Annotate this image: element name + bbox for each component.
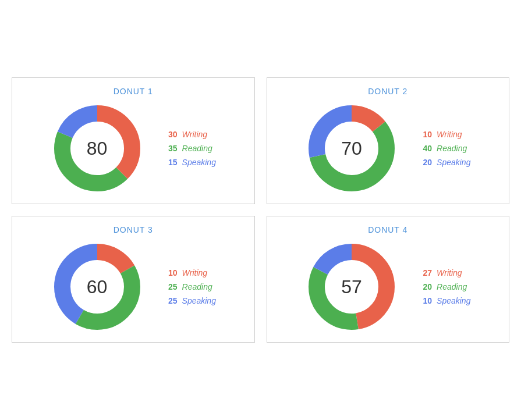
legend-label-speaking: Speaking	[437, 296, 470, 305]
legend-item-speaking: 15Speaking	[161, 158, 216, 167]
main-grid: DONUT 18030Writing35Reading15SpeakingDON…	[12, 77, 509, 343]
legend-value-speaking: 20	[416, 158, 432, 167]
legend-value-speaking: 25	[161, 296, 178, 305]
legend-label-speaking: Speaking	[182, 158, 216, 167]
legend-value-writing: 27	[416, 268, 432, 277]
legend-donut4: 27Writing20Reading10Speaking	[416, 268, 470, 305]
title-donut4: DONUT 4	[368, 225, 407, 234]
legend-value-writing: 30	[161, 130, 178, 139]
legend-value-reading: 25	[161, 282, 178, 291]
title-donut2: DONUT 2	[368, 87, 407, 96]
donut-chart-donut3: 60	[51, 240, 144, 333]
legend-label-speaking: Speaking	[437, 158, 470, 167]
legend-label-reading: Reading	[182, 282, 212, 291]
legend-item-speaking: 20Speaking	[416, 158, 470, 167]
body-donut2: 7010Writing40Reading20Speaking	[276, 102, 501, 195]
legend-item-writing: 30Writing	[161, 130, 216, 139]
legend-donut1: 30Writing35Reading15Speaking	[161, 130, 216, 167]
legend-value-reading: 40	[416, 144, 432, 153]
legend-value-writing: 10	[416, 130, 432, 139]
title-donut1: DONUT 1	[114, 87, 153, 96]
body-donut4: 5727Writing20Reading10Speaking	[276, 240, 501, 333]
legend-value-reading: 35	[161, 144, 178, 153]
legend-item-speaking: 25Speaking	[161, 296, 216, 305]
legend-label-speaking: Speaking	[182, 296, 216, 305]
donut-center-value-donut3: 60	[87, 276, 108, 298]
legend-item-speaking: 10Speaking	[416, 296, 470, 305]
legend-donut3: 10Writing25Reading25Speaking	[161, 268, 216, 305]
donut-chart-donut4: 57	[305, 240, 398, 333]
legend-item-reading: 20Reading	[416, 282, 470, 291]
card-donut2: DONUT 27010Writing40Reading20Speaking	[267, 77, 510, 204]
donut-center-value-donut2: 70	[341, 138, 362, 159]
legend-label-writing: Writing	[437, 130, 462, 139]
card-donut3: DONUT 36010Writing25Reading25Speaking	[12, 216, 255, 343]
legend-value-speaking: 10	[416, 296, 432, 305]
legend-item-reading: 25Reading	[161, 282, 216, 291]
legend-value-writing: 10	[161, 268, 178, 277]
donut-chart-donut1: 80	[51, 102, 144, 195]
legend-donut2: 10Writing40Reading20Speaking	[416, 130, 470, 167]
legend-label-writing: Writing	[182, 268, 208, 277]
legend-label-reading: Reading	[182, 144, 212, 153]
legend-item-writing: 10Writing	[161, 268, 216, 277]
legend-value-speaking: 15	[161, 158, 178, 167]
legend-item-writing: 27Writing	[416, 268, 470, 277]
donut-chart-donut2: 70	[305, 102, 398, 195]
donut-center-value-donut1: 80	[87, 138, 108, 159]
title-donut3: DONUT 3	[114, 225, 153, 234]
body-donut3: 6010Writing25Reading25Speaking	[21, 240, 246, 333]
card-donut4: DONUT 45727Writing20Reading10Speaking	[267, 216, 510, 343]
legend-item-reading: 35Reading	[161, 144, 216, 153]
legend-label-reading: Reading	[437, 144, 467, 153]
legend-label-reading: Reading	[437, 282, 467, 291]
legend-value-reading: 20	[416, 282, 432, 291]
legend-label-writing: Writing	[182, 130, 208, 139]
legend-item-reading: 40Reading	[416, 144, 470, 153]
legend-item-writing: 10Writing	[416, 130, 470, 139]
donut-center-value-donut4: 57	[341, 276, 362, 298]
card-donut1: DONUT 18030Writing35Reading15Speaking	[12, 77, 255, 204]
body-donut1: 8030Writing35Reading15Speaking	[21, 102, 246, 195]
legend-label-writing: Writing	[437, 268, 462, 277]
